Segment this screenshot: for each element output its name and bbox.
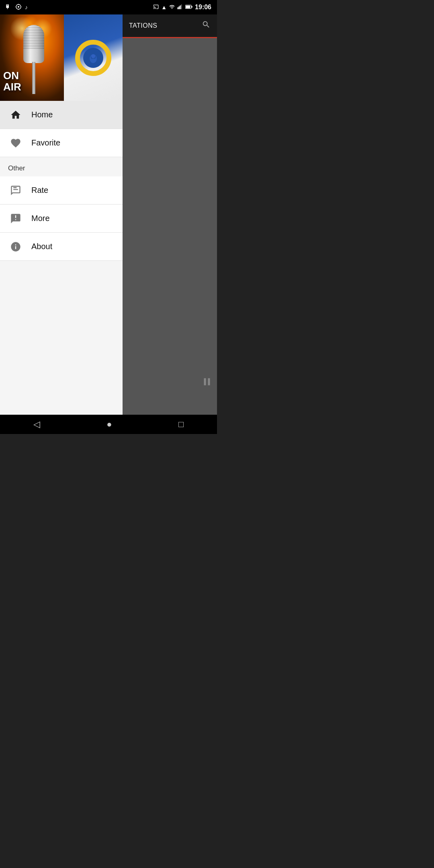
pause-button[interactable] (201, 376, 213, 391)
about-icon (8, 239, 23, 254)
music-icon: ♪ (25, 4, 28, 10)
svg-point-21 (17, 218, 19, 219)
mic-grille (23, 25, 44, 50)
menu-item-more[interactable]: More (0, 205, 123, 233)
bottom-nav-bar: ◁ ● □ (0, 415, 217, 434)
recents-button[interactable]: □ (170, 416, 192, 433)
microphone-body (23, 25, 44, 63)
home-button[interactable]: ● (98, 416, 120, 433)
status-time: 19:06 (195, 4, 211, 11)
arrow-up-icon: ▲ (161, 4, 167, 10)
menu-item-rate[interactable]: Rate (0, 176, 123, 205)
signal-icon (177, 4, 183, 11)
other-section-header: Other (0, 157, 123, 176)
more-label: More (31, 214, 50, 223)
mic-stand (32, 62, 35, 94)
svg-rect-10 (179, 6, 180, 9)
on-air-text: ON AIR (3, 70, 21, 93)
main-layout: ON AIR (0, 14, 217, 415)
back-button[interactable]: ◁ (25, 416, 48, 433)
svg-rect-12 (181, 4, 182, 9)
menu-item-favorite[interactable]: Favorite (0, 129, 123, 157)
more-icon (8, 211, 23, 226)
notification-icon-1 (6, 4, 12, 11)
tab-underline (123, 37, 217, 38)
cast-icon (153, 4, 159, 11)
flag-emblem (75, 40, 111, 76)
svg-rect-15 (191, 6, 192, 8)
status-left-icons: ♪ (6, 4, 28, 11)
svg-marker-2 (7, 8, 8, 9)
svg-rect-0 (6, 4, 9, 8)
svg-point-19 (12, 218, 14, 219)
svg-rect-9 (178, 7, 178, 9)
favorite-label: Favorite (31, 138, 60, 147)
drawer: ON AIR (0, 14, 123, 415)
menu-item-home[interactable]: Home (0, 101, 123, 129)
emblem-inner-circle (83, 48, 103, 68)
home-icon (8, 107, 23, 123)
svg-point-4 (18, 6, 19, 8)
emblem-symbol (88, 52, 99, 63)
wifi-icon (169, 4, 175, 11)
mic-background: ON AIR (0, 14, 68, 101)
rate-label: Rate (31, 186, 48, 195)
menu-item-about[interactable]: About (0, 233, 123, 261)
favorite-icon (8, 135, 23, 151)
about-label: About (31, 242, 52, 251)
status-bar: ♪ ▲ 19:06 (0, 0, 217, 14)
svg-rect-14 (186, 6, 190, 8)
svg-point-20 (15, 218, 16, 219)
flag-background (64, 14, 123, 101)
search-button[interactable] (202, 20, 211, 31)
topbar-title: TATIONS (129, 22, 157, 29)
home-label: Home (31, 110, 53, 119)
svg-rect-11 (180, 5, 180, 9)
battery-icon (185, 4, 192, 10)
svg-point-18 (91, 54, 95, 58)
rate-icon (8, 183, 23, 198)
status-right-icons: ▲ 19:06 (153, 4, 211, 11)
right-panel: TATIONS (123, 14, 217, 415)
camera-icon (15, 4, 22, 11)
drawer-header: ON AIR (0, 14, 123, 101)
svg-rect-1 (7, 5, 8, 5)
topbar: TATIONS (123, 14, 217, 37)
